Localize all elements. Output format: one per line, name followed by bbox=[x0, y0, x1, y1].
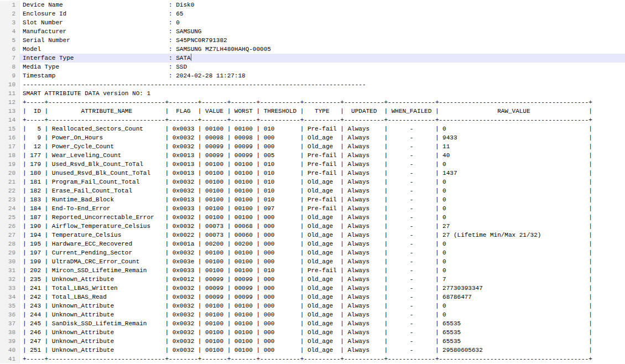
line-number[interactable]: 3 bbox=[0, 18, 20, 27]
line-number[interactable]: 19 bbox=[0, 160, 20, 169]
line-number[interactable]: 35 bbox=[0, 301, 20, 310]
line-text[interactable]: | 199 | UltraDMA_CRC_Error_Count | 0x003… bbox=[20, 257, 625, 266]
line-text[interactable]: | 5 | Reallocated_Sectors_Count | 0x0033… bbox=[20, 124, 625, 133]
line-text-content: | 12 | Power_Cycle_Count | 0x0032 | 0009… bbox=[23, 143, 592, 150]
editor-line: 35| 243 | Unknown_Attribute | 0x0032 | 0… bbox=[0, 301, 625, 310]
line-text[interactable]: | 251 | Unknown_Attribute | 0x0032 | 001… bbox=[20, 346, 625, 355]
line-number[interactable]: 20 bbox=[0, 169, 20, 178]
line-text[interactable]: | 177 | Wear_Leveling_Count | 0x0013 | 0… bbox=[20, 151, 625, 160]
editor-line: 1Device Name : Disk0 bbox=[0, 1, 625, 9]
line-text[interactable]: | 183 | Runtime_Bad_Block | 0x0013 | 001… bbox=[20, 195, 625, 204]
line-text[interactable]: ----------------------------------------… bbox=[20, 80, 625, 89]
line-number[interactable]: 4 bbox=[0, 27, 20, 36]
line-text[interactable]: +-----+--------------------------------+… bbox=[20, 116, 625, 124]
line-number[interactable]: 5 bbox=[0, 36, 20, 45]
current-line-highlight[interactable]: Interface Type : SATA bbox=[20, 54, 625, 63]
line-text[interactable]: | 195 | Hardware_ECC_Recovered | 0x001a … bbox=[20, 240, 625, 248]
line-number[interactable]: 31 bbox=[0, 266, 20, 275]
line-text[interactable]: | 179 | Used_Rsvd_Blk_Count_ToTal | 0x00… bbox=[20, 160, 625, 169]
line-text[interactable]: | 197 | Current_Pending_Sector | 0x0032 … bbox=[20, 248, 625, 257]
line-number[interactable]: 21 bbox=[0, 178, 20, 186]
line-text[interactable]: Model : SAMSUNG MZ7LH480HAHQ-00005 bbox=[20, 45, 625, 54]
line-number[interactable]: 16 bbox=[0, 133, 20, 142]
line-number[interactable]: 9 bbox=[0, 71, 20, 80]
line-number[interactable]: 7 bbox=[0, 54, 20, 63]
line-number[interactable]: 26 bbox=[0, 222, 20, 231]
line-number[interactable]: 12 bbox=[0, 98, 20, 107]
line-text-content: Slot Number : 0 bbox=[23, 19, 180, 26]
line-number[interactable]: 28 bbox=[0, 240, 20, 248]
editor-line: 8Media Type : SSD bbox=[0, 63, 625, 71]
line-number[interactable]: 15 bbox=[0, 124, 20, 133]
line-text[interactable]: | 182 | Erase_Fail_Count_Total | 0x0032 … bbox=[20, 186, 625, 195]
line-text[interactable]: | 242 | Total_LBAS_Read | 0x0032 | 00099… bbox=[20, 293, 625, 301]
line-text[interactable]: Enclosure Id : 65 bbox=[20, 9, 625, 18]
line-number[interactable]: 39 bbox=[0, 337, 20, 346]
line-number[interactable]: 34 bbox=[0, 293, 20, 301]
editor-line: 40| 251 | Unknown_Attribute | 0x0032 | 0… bbox=[0, 346, 625, 355]
line-text-content: | 241 | Total_LBAS_Written | 0x0032 | 00… bbox=[23, 285, 592, 292]
line-text[interactable]: Device Name : Disk0 bbox=[20, 1, 625, 9]
line-text[interactable]: | 245 | SanDisk_SSD_Lifetim_Remain | 0x0… bbox=[20, 319, 625, 328]
editor-line: 33| 241 | Total_LBAS_Written | 0x0032 | … bbox=[0, 284, 625, 293]
line-number[interactable]: 33 bbox=[0, 284, 20, 293]
editor-line: 13| ID | ATTRIBUTE_NAME | FLAG | VALUE |… bbox=[0, 107, 625, 116]
line-number[interactable]: 32 bbox=[0, 275, 20, 284]
line-text-content: | 247 | Unknown_Attribute | 0x0032 | 001… bbox=[23, 338, 592, 345]
line-text[interactable]: | 190 | Airflow_Temperature_Celsius | 0x… bbox=[20, 222, 625, 231]
line-text[interactable]: | ID | ATTRIBUTE_NAME | FLAG | VALUE | W… bbox=[20, 107, 625, 116]
line-text[interactable]: | 184 | End-To-End_Error | 0x0033 | 0010… bbox=[20, 204, 625, 213]
line-number[interactable]: 10 bbox=[0, 80, 20, 89]
line-text[interactable]: Media Type : SSD bbox=[20, 63, 625, 71]
line-text[interactable]: SMART ATTRIBIUTE DATA version NO: 1 bbox=[20, 89, 625, 98]
line-text[interactable]: | 246 | Unknown_Attribute | 0x0032 | 001… bbox=[20, 328, 625, 337]
text-editor[interactable]: 1Device Name : Disk02Enclosure Id : 653S… bbox=[0, 0, 625, 364]
line-text[interactable]: | 194 | Temperature_Celsius | 0x0022 | 0… bbox=[20, 231, 625, 240]
line-text[interactable]: Serial Number : S45PNC0R791382 bbox=[20, 36, 625, 45]
line-number[interactable]: 6 bbox=[0, 45, 20, 54]
line-text[interactable]: | 181 | Program_Fail_Count_Total | 0x003… bbox=[20, 178, 625, 186]
editor-line: 2Enclosure Id : 65 bbox=[0, 9, 625, 18]
line-text-content: | 177 | Wear_Leveling_Count | 0x0013 | 0… bbox=[23, 152, 592, 159]
line-number[interactable]: 37 bbox=[0, 319, 20, 328]
editor-line: 37| 245 | SanDisk_SSD_Lifetim_Remain | 0… bbox=[0, 319, 625, 328]
line-text[interactable]: | 243 | Unknown_Attribute | 0x0032 | 001… bbox=[20, 301, 625, 310]
line-number[interactable]: 23 bbox=[0, 195, 20, 204]
line-number[interactable]: 17 bbox=[0, 142, 20, 151]
line-text[interactable]: | 247 | Unknown_Attribute | 0x0032 | 001… bbox=[20, 337, 625, 346]
line-number[interactable]: 24 bbox=[0, 204, 20, 213]
line-text[interactable]: +-----+--------------------------------+… bbox=[20, 98, 625, 107]
line-number[interactable]: 38 bbox=[0, 328, 20, 337]
line-text[interactable]: | 187 | Reported_Uncorrectable_Error | 0… bbox=[20, 213, 625, 222]
line-text[interactable]: | 12 | Power_Cycle_Count | 0x0032 | 0009… bbox=[20, 142, 625, 151]
line-number[interactable]: 27 bbox=[0, 231, 20, 240]
line-text[interactable]: | 244 | Unknown_Attribute | 0x0032 | 001… bbox=[20, 310, 625, 319]
line-number[interactable]: 18 bbox=[0, 151, 20, 160]
line-number[interactable]: 30 bbox=[0, 257, 20, 266]
line-number[interactable]: 11 bbox=[0, 89, 20, 98]
line-text[interactable]: | 235 | Unknown_Attribute | 0x0012 | 000… bbox=[20, 275, 625, 284]
line-number[interactable]: 1 bbox=[0, 1, 20, 9]
editor-line: 3Slot Number : 0 bbox=[0, 18, 625, 27]
line-number[interactable]: 22 bbox=[0, 186, 20, 195]
line-number[interactable]: 36 bbox=[0, 310, 20, 319]
line-number[interactable]: 13 bbox=[0, 107, 20, 116]
line-text-content: | 183 | Runtime_Bad_Block | 0x0013 | 001… bbox=[23, 196, 592, 203]
line-text[interactable]: Timestamp : 2024-02-28 11:27:18 bbox=[20, 71, 625, 80]
line-number[interactable]: 29 bbox=[0, 248, 20, 257]
line-number[interactable]: 40 bbox=[0, 346, 20, 355]
line-text[interactable]: | 180 | Unused_Rsvd_Blk_Count_ToTal | 0x… bbox=[20, 169, 625, 178]
line-text-content: | 199 | UltraDMA_CRC_Error_Count | 0x003… bbox=[23, 258, 592, 265]
line-text[interactable]: | 9 | Power_On_Hours | 0x0032 | 00098 | … bbox=[20, 133, 625, 142]
line-number[interactable]: 14 bbox=[0, 116, 20, 124]
line-number[interactable]: 2 bbox=[0, 9, 20, 18]
line-text[interactable]: Slot Number : 0 bbox=[20, 18, 625, 27]
line-number[interactable]: 25 bbox=[0, 213, 20, 222]
line-text[interactable]: | 241 | Total_LBAS_Written | 0x0032 | 00… bbox=[20, 284, 625, 293]
line-text[interactable]: Manufacturer : SAMSUNG bbox=[20, 27, 625, 36]
line-number[interactable]: 41 bbox=[0, 355, 20, 363]
line-number[interactable]: 8 bbox=[0, 63, 20, 71]
line-text[interactable]: | 202 | Mircon_SSD_Lifetime_Remain | 0x0… bbox=[20, 266, 625, 275]
editor-line: 4Manufacturer : SAMSUNG bbox=[0, 27, 625, 36]
line-text[interactable]: +-----+--------------------------------+… bbox=[20, 355, 625, 363]
